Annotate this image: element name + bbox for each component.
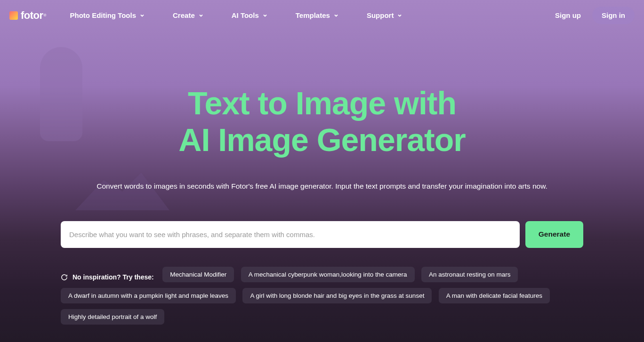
signin-button[interactable]: Sign in	[592, 7, 635, 24]
hero-subtitle: Convert words to images in seconds with …	[0, 181, 644, 191]
nav-label: Templates	[296, 11, 330, 19]
hero-title-line1: Text to Image with	[0, 85, 644, 121]
hero-title: Text to Image with AI Image Generator	[0, 85, 644, 158]
suggestion-chip[interactable]: Highly detailed portrait of a wolf	[61, 309, 164, 325]
chevron-down-icon	[263, 13, 267, 18]
nav-photo-editing-tools[interactable]: Photo Editing Tools	[70, 11, 145, 19]
signup-button[interactable]: Sign up	[549, 7, 587, 24]
nav-support[interactable]: Support	[367, 11, 402, 19]
nav-ai-tools[interactable]: AI Tools	[232, 11, 267, 19]
chevron-down-icon	[199, 13, 203, 18]
hero-section: Text to Image with AI Image Generator Co…	[0, 31, 644, 330]
suggestions-header-text: No inspiration? Try these:	[72, 273, 154, 281]
generate-button[interactable]: Generate	[525, 221, 583, 248]
chevron-down-icon	[397, 13, 402, 18]
nav-label: Support	[367, 11, 394, 19]
suggestions-header: No inspiration? Try these:	[61, 273, 154, 281]
refresh-icon[interactable]	[61, 274, 68, 281]
suggestions-section: No inspiration? Try these: Mechanical Mo…	[56, 267, 588, 330]
nav-label: Create	[173, 11, 195, 19]
logo-registered: ®	[44, 13, 47, 17]
nav-create[interactable]: Create	[173, 11, 203, 19]
main-header: fotor ® Photo Editing Tools Create AI To…	[0, 0, 644, 31]
input-section: Generate	[56, 221, 588, 248]
suggestion-chip[interactable]: A dwarf in autumn with a pumpkin light a…	[61, 288, 236, 303]
logo[interactable]: fotor ®	[9, 9, 47, 22]
suggestion-chip[interactable]: Mechanical Modifier	[162, 267, 234, 282]
suggestion-chip[interactable]: A mechanical cyberpunk woman,looking int…	[241, 267, 415, 282]
suggestion-chip[interactable]: A girl with long blonde hair and big eye…	[242, 288, 432, 303]
prompt-input[interactable]	[61, 221, 520, 248]
auth-buttons: Sign up Sign in	[549, 7, 635, 24]
logo-text: fotor	[21, 9, 43, 22]
main-nav: Photo Editing Tools Create AI Tools Temp…	[70, 11, 550, 19]
suggestion-chip[interactable]: A man with delicate facial features	[439, 288, 550, 303]
nav-label: Photo Editing Tools	[70, 11, 137, 19]
chevron-down-icon	[140, 13, 145, 18]
chevron-down-icon	[334, 13, 338, 18]
nav-label: AI Tools	[232, 11, 259, 19]
suggestion-chip[interactable]: An astronaut resting on mars	[421, 267, 518, 282]
logo-icon	[9, 11, 18, 20]
nav-templates[interactable]: Templates	[296, 11, 338, 19]
hero-title-line2: AI Image Generator	[0, 121, 644, 158]
